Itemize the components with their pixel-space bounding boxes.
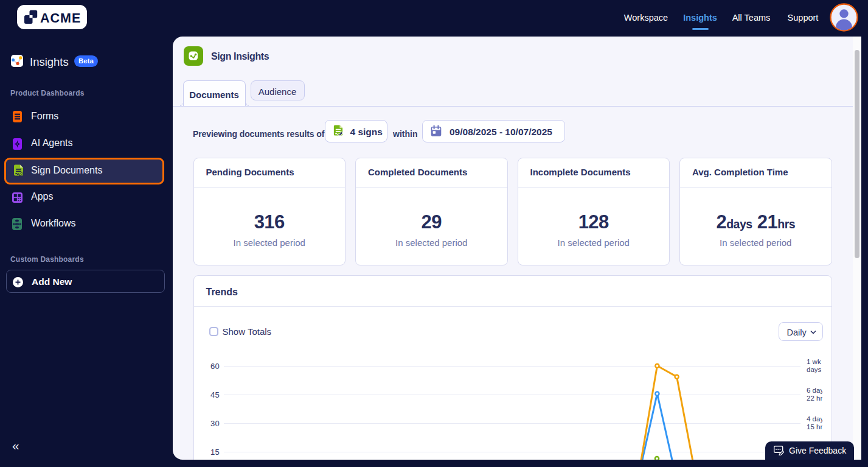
svg-text:ACME: ACME [40,11,81,26]
